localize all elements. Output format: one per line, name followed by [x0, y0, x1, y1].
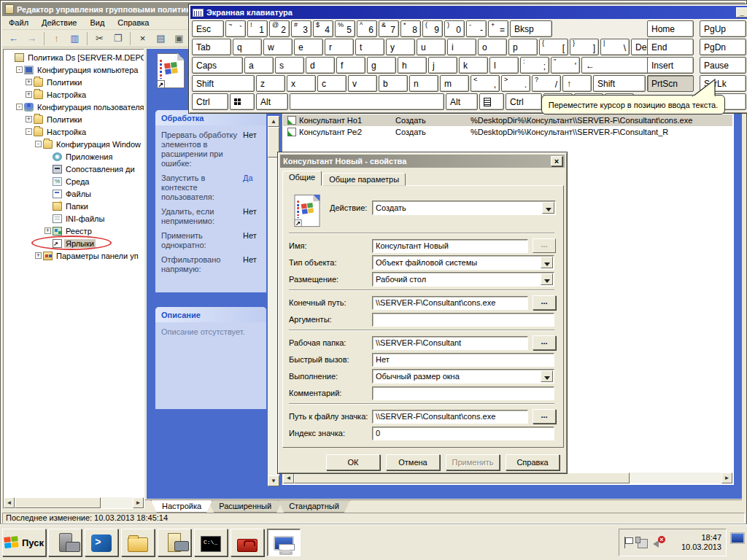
- expander-icon[interactable]: -: [35, 141, 42, 147]
- network-icon[interactable]: [638, 539, 648, 548]
- key-z[interactable]: z: [256, 75, 285, 92]
- key-x[interactable]: x: [287, 75, 316, 92]
- key-pgdn[interactable]: PgDn: [700, 39, 746, 55]
- view-tab-2[interactable]: Стандартный: [278, 500, 350, 513]
- action-dropdown[interactable]: Создать: [372, 201, 556, 215]
- tree-item-5[interactable]: +Политики: [4, 113, 144, 125]
- input-field[interactable]: [372, 386, 554, 400]
- input-field[interactable]: \\SERVER-F\Consultant: [372, 336, 528, 350]
- expander-icon[interactable]: +: [44, 228, 51, 234]
- key-2[interactable]: @2: [269, 20, 290, 37]
- key-[[interactable]: {[: [539, 39, 568, 55]
- list-row[interactable]: Консультант Новый1Создать%DesktopDir%\Ко…: [283, 114, 732, 126]
- key-d[interactable]: d: [306, 57, 335, 74]
- key-7[interactable]: &7: [379, 20, 399, 37]
- key-pgup[interactable]: PgUp: [700, 20, 746, 37]
- tray-clock[interactable]: 18:47 10.03.2013: [681, 533, 721, 552]
- input-field[interactable]: 0: [372, 427, 554, 440]
- key-0[interactable]: )0: [444, 20, 465, 37]
- input-field[interactable]: Нет: [372, 353, 554, 367]
- forward-button[interactable]: →: [23, 31, 40, 46]
- print-button[interactable]: ▣: [171, 31, 187, 46]
- action-center-flag-icon[interactable]: [624, 537, 632, 548]
- show-desktop-icon[interactable]: [730, 532, 745, 544]
- delete-button[interactable]: ×: [134, 31, 151, 46]
- tree-item-12[interactable]: Папки: [4, 200, 144, 212]
- key-9[interactable]: (9: [422, 20, 443, 37]
- chevron-down-icon[interactable]: [541, 257, 553, 268]
- description-panel-header[interactable]: Описание: [155, 307, 266, 322]
- scroll-left-icon[interactable]: ◄: [4, 497, 15, 508]
- browse-button[interactable]: ...: [533, 409, 556, 424]
- key-q[interactable]: q: [233, 39, 262, 55]
- chevron-down-icon[interactable]: [542, 202, 554, 214]
- powershell-taskbar-button[interactable]: [85, 529, 118, 556]
- key-k[interactable]: k: [459, 57, 488, 74]
- key-f[interactable]: f: [336, 57, 365, 74]
- expander-icon[interactable]: -: [26, 128, 32, 135]
- tab-0[interactable]: Общие: [282, 171, 322, 186]
- key-a[interactable]: a: [244, 57, 274, 74]
- key-3[interactable]: #3: [291, 20, 311, 37]
- key-y[interactable]: y: [386, 39, 415, 55]
- key-Caps[interactable]: Caps: [192, 57, 243, 74]
- tree-item-16[interactable]: +Параметры панели уп: [4, 249, 144, 262]
- chevron-down-icon[interactable]: [541, 273, 553, 285]
- dialog-button-1[interactable]: Отмена: [386, 454, 440, 470]
- key-pause[interactable]: Pause: [700, 57, 746, 74]
- arrow-up-key[interactable]: ↑: [562, 75, 592, 92]
- key-5[interactable]: %5: [335, 20, 355, 37]
- key-p[interactable]: p: [508, 39, 538, 55]
- tree-item-13[interactable]: INI-файлы: [4, 212, 144, 225]
- tree-hscrollbar[interactable]: ◄ ►: [4, 497, 144, 508]
- tree-item-11[interactable]: Файлы: [4, 187, 144, 200]
- key-8[interactable]: *8: [400, 20, 421, 37]
- scroll-thumb[interactable]: [294, 472, 630, 483]
- explorer-taskbar-button[interactable]: [121, 529, 155, 556]
- view-tab-1[interactable]: Расширенный: [208, 500, 282, 513]
- volume-muted-icon[interactable]: [653, 537, 665, 548]
- tree-item-0[interactable]: Политика Ds [SERVER-M.DEPOBR: [4, 51, 144, 63]
- back-button[interactable]: ←: [5, 31, 22, 46]
- key-n[interactable]: n: [409, 75, 438, 92]
- tree-item-3[interactable]: +Настройка: [4, 88, 144, 101]
- expander-icon[interactable]: +: [26, 91, 32, 98]
- key-l[interactable]: l: [489, 57, 519, 74]
- scroll-right-icon[interactable]: ►: [133, 497, 144, 508]
- dropdown-field[interactable]: Обычный размер окна: [372, 369, 554, 384]
- key-/[interactable]: ?/: [532, 75, 561, 92]
- key-t[interactable]: t: [355, 39, 384, 55]
- key-h[interactable]: h: [398, 57, 427, 74]
- key-w[interactable]: w: [263, 39, 293, 55]
- key-Tab[interactable]: Tab: [192, 39, 231, 55]
- scroll-track[interactable]: [101, 497, 133, 508]
- browse-button[interactable]: ...: [533, 335, 556, 350]
- key-u[interactable]: u: [417, 39, 446, 55]
- toolbox-taskbar-button[interactable]: [231, 529, 264, 556]
- menu-2[interactable]: Вид: [83, 17, 111, 28]
- properties-button[interactable]: ▤: [152, 31, 169, 46]
- key-b[interactable]: b: [379, 75, 408, 92]
- input-field[interactable]: [372, 313, 554, 327]
- osk-taskbar-button[interactable]: [267, 529, 301, 556]
- menu-key[interactable]: [479, 93, 504, 110]
- tree-item-9[interactable]: Сопоставления ди: [4, 163, 144, 175]
- dropdown-field[interactable]: Объект файловой системы: [372, 255, 554, 270]
- menu-0[interactable]: Файл: [2, 17, 35, 28]
- expander-icon[interactable]: -: [16, 66, 23, 73]
- key--[interactable]: --: [466, 20, 487, 37]
- tree-item-7[interactable]: -Конфигурация Window: [4, 138, 144, 150]
- input-field[interactable]: \\SERVER-F\Consultant\cons.exe: [372, 410, 528, 424]
- key-6[interactable]: ^6: [357, 20, 377, 37]
- key-e[interactable]: e: [294, 39, 323, 55]
- key-Ctrl[interactable]: Ctrl: [506, 93, 542, 110]
- input-field[interactable]: \\SERVER-F\Consultant\cons.exe: [372, 296, 528, 310]
- scroll-right-icon[interactable]: ►: [721, 472, 732, 483]
- start-button[interactable]: Пуск: [2, 529, 46, 556]
- key-.[interactable]: >.: [501, 75, 530, 92]
- key-Ctrl[interactable]: Ctrl: [192, 93, 228, 110]
- key-r[interactable]: r: [325, 39, 354, 55]
- expander-icon[interactable]: +: [26, 116, 32, 122]
- enter-key[interactable]: ←: [581, 57, 650, 74]
- up-folder-button[interactable]: ↑: [48, 31, 65, 46]
